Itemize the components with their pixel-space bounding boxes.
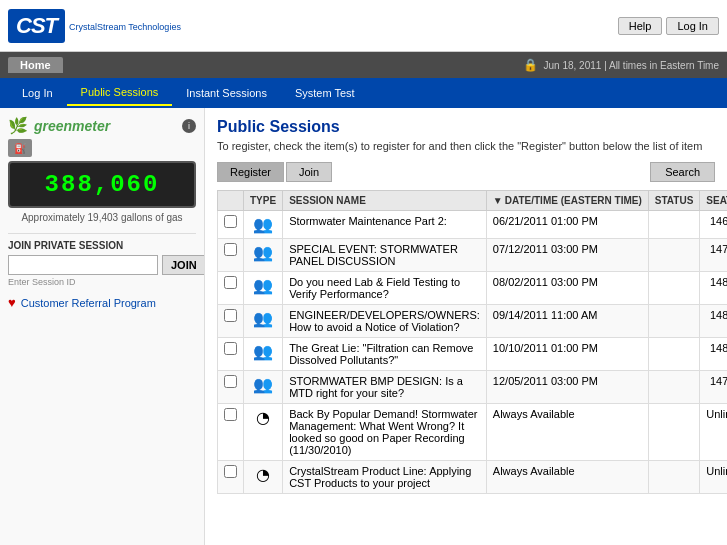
pie-icon: ◔ bbox=[256, 409, 270, 426]
row-checkbox[interactable] bbox=[224, 309, 237, 322]
join-button[interactable]: Join bbox=[286, 162, 332, 182]
type-cell: ◔ bbox=[244, 404, 283, 461]
seats-cell: 1474 bbox=[700, 239, 727, 272]
row-checkbox[interactable] bbox=[224, 465, 237, 478]
page-title: Public Sessions bbox=[217, 118, 715, 136]
home-bar: Home 🔒 Jun 18, 2011 | All times in Easte… bbox=[0, 52, 727, 78]
type-cell: 👥 bbox=[244, 305, 283, 338]
status-cell bbox=[648, 338, 700, 371]
meter-small-icon: ⛽ bbox=[8, 139, 32, 157]
session-name-cell: Do you need Lab & Field Testing to Verif… bbox=[283, 272, 487, 305]
referral-label: Customer Referral Program bbox=[21, 297, 156, 309]
table-row: 👥STORMWATER BMP DESIGN: Is a MTD right f… bbox=[218, 371, 728, 404]
row-checkbox[interactable] bbox=[224, 342, 237, 355]
content: Public Sessions To register, check the i… bbox=[205, 108, 727, 545]
datetime-cell: 07/12/2011 03:00 PM bbox=[486, 239, 648, 272]
meter-sub: Approximately 19,403 gallons of gas bbox=[8, 212, 196, 223]
row-checkbox[interactable] bbox=[224, 215, 237, 228]
main-layout: 🌿 greenmeter i ⛽ 388,060 Approximately 1… bbox=[0, 108, 727, 545]
type-cell: 👥 bbox=[244, 211, 283, 239]
datetime-cell: 10/10/2011 01:00 PM bbox=[486, 338, 648, 371]
datetime-cell: 12/05/2011 03:00 PM bbox=[486, 371, 648, 404]
session-id-input[interactable] bbox=[8, 255, 158, 275]
seats-cell: 1483 bbox=[700, 338, 727, 371]
th-datetime-sort[interactable]: ▼ DATE/TIME (EASTERN TIME) bbox=[493, 195, 642, 206]
logo-box: CST bbox=[8, 9, 65, 43]
row-checkbox[interactable] bbox=[224, 375, 237, 388]
status-cell bbox=[648, 211, 700, 239]
help-button[interactable]: Help bbox=[618, 17, 663, 35]
th-session-name: SESSION NAME bbox=[283, 191, 487, 211]
meter-icon-row: ⛽ bbox=[8, 139, 196, 157]
header: CST CrystalStream Technologies Help Log … bbox=[0, 0, 727, 52]
join-row: JOIN bbox=[8, 255, 196, 275]
session-name-cell: CrystalStream Product Line: Applying CST… bbox=[283, 461, 487, 494]
toolbar-left: Register Join bbox=[217, 162, 332, 182]
seats-cell: Unlim bbox=[700, 404, 727, 461]
nav-item-instant-sessions[interactable]: Instant Sessions bbox=[172, 81, 281, 105]
status-cell bbox=[648, 371, 700, 404]
session-name-cell: SPECIAL EVENT: STORMWATER PANEL DISCUSSI… bbox=[283, 239, 487, 272]
table-row: 👥The Great Lie: "Filtration can Remove D… bbox=[218, 338, 728, 371]
logo-area: CST CrystalStream Technologies bbox=[8, 9, 181, 43]
table-row: 👥ENGINEER/DEVELOPERS/OWNERS: How to avoi… bbox=[218, 305, 728, 338]
type-cell: 👥 bbox=[244, 272, 283, 305]
table-header-row: TYPE SESSION NAME ▼ DATE/TIME (EASTERN T… bbox=[218, 191, 728, 211]
datetime-cell: 06/21/2011 01:00 PM bbox=[486, 211, 648, 239]
type-cell: 👥 bbox=[244, 338, 283, 371]
status-cell bbox=[648, 404, 700, 461]
input-hint: Enter Session ID bbox=[8, 277, 196, 287]
type-cell: 👥 bbox=[244, 371, 283, 404]
seats-cell: 1477 bbox=[700, 371, 727, 404]
session-name-cell: Back By Popular Demand! Stormwater Manag… bbox=[283, 404, 487, 461]
nav-item-system-test[interactable]: System Test bbox=[281, 81, 369, 105]
header-buttons: Help Log In bbox=[618, 17, 719, 35]
status-cell bbox=[648, 305, 700, 338]
session-name-cell: Stormwater Maintenance Part 2: bbox=[283, 211, 487, 239]
search-button[interactable]: Search bbox=[650, 162, 715, 182]
logo-cst: CST bbox=[16, 13, 57, 39]
heart-icon: ♥ bbox=[8, 295, 16, 310]
nav-item-login[interactable]: Log In bbox=[8, 81, 67, 105]
group-icon: 👥 bbox=[253, 244, 273, 261]
table-row: 👥Do you need Lab & Field Testing to Veri… bbox=[218, 272, 728, 305]
seats-cell: Unlim bbox=[700, 461, 727, 494]
datetime-cell: 08/02/2011 03:00 PM bbox=[486, 272, 648, 305]
info-icon[interactable]: i bbox=[182, 119, 196, 133]
th-status: STATUS bbox=[648, 191, 700, 211]
referral-row[interactable]: ♥ Customer Referral Program bbox=[8, 295, 196, 310]
lock-icon: 🔒 bbox=[523, 58, 538, 72]
th-datetime: ▼ DATE/TIME (EASTERN TIME) bbox=[486, 191, 648, 211]
page-description: To register, check the item(s) to regist… bbox=[217, 140, 715, 152]
login-button[interactable]: Log In bbox=[666, 17, 719, 35]
group-icon: 👥 bbox=[253, 310, 273, 327]
nav-bar: Log In Public Sessions Instant Sessions … bbox=[0, 78, 727, 108]
group-icon: 👥 bbox=[253, 343, 273, 360]
th-checkbox bbox=[218, 191, 244, 211]
datetime-cell: 09/14/2011 11:00 AM bbox=[486, 305, 648, 338]
datetime-cell: Always Available bbox=[486, 461, 648, 494]
row-checkbox[interactable] bbox=[224, 243, 237, 256]
register-button[interactable]: Register bbox=[217, 162, 284, 182]
datetime-cell: Always Available bbox=[486, 404, 648, 461]
session-name-cell: STORMWATER BMP DESIGN: Is a MTD right fo… bbox=[283, 371, 487, 404]
status-cell bbox=[648, 461, 700, 494]
join-session-button[interactable]: JOIN bbox=[162, 255, 205, 275]
th-type: TYPE bbox=[244, 191, 283, 211]
join-section-title: JOIN PRIVATE SESSION bbox=[8, 233, 196, 251]
date-text: Jun 18, 2011 | All times in Eastern Time bbox=[544, 60, 719, 71]
home-bar-right: 🔒 Jun 18, 2011 | All times in Eastern Ti… bbox=[523, 58, 719, 72]
table-row: 👥SPECIAL EVENT: STORMWATER PANEL DISCUSS… bbox=[218, 239, 728, 272]
nav-item-public-sessions[interactable]: Public Sessions bbox=[67, 80, 173, 106]
row-checkbox[interactable] bbox=[224, 408, 237, 421]
type-cell: ◔ bbox=[244, 461, 283, 494]
home-tab[interactable]: Home bbox=[8, 57, 63, 73]
logo-sub: CrystalStream Technologies bbox=[69, 22, 181, 32]
toolbar: Register Join Search bbox=[217, 162, 715, 182]
sort-arrow-icon: ▼ bbox=[493, 195, 503, 206]
type-cell: 👥 bbox=[244, 239, 283, 272]
greenmeter-header: 🌿 greenmeter i bbox=[8, 116, 196, 135]
seats-cell: 1484 bbox=[700, 305, 727, 338]
table-row: ◔Back By Popular Demand! Stormwater Mana… bbox=[218, 404, 728, 461]
row-checkbox[interactable] bbox=[224, 276, 237, 289]
